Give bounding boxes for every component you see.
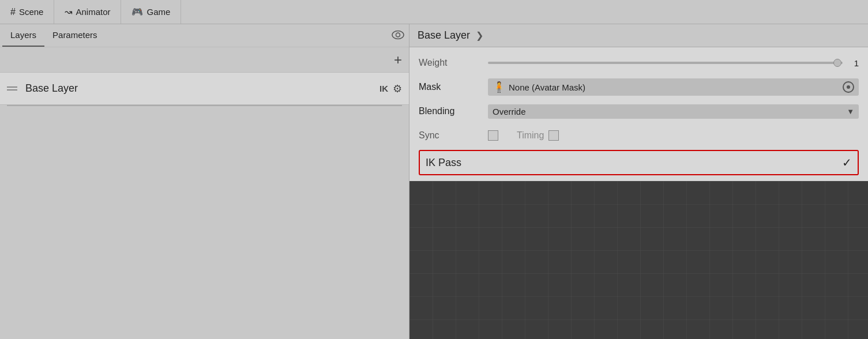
mask-value: None (Avatar Mask) xyxy=(509,82,585,92)
mask-field[interactable]: 🧍 None (Avatar Mask) xyxy=(488,78,859,96)
weight-label: Weight xyxy=(419,58,488,68)
tab-parameters-label: Parameters xyxy=(52,30,97,40)
tab-parameters[interactable]: Parameters xyxy=(44,24,106,47)
timing-label: Timing xyxy=(517,130,544,141)
right-header-title: Base Layer xyxy=(418,29,470,42)
ik-pass-row: IK Pass ✓ xyxy=(419,150,859,175)
ik-badge: IK xyxy=(379,84,388,93)
right-panel: Base Layer ❯ Weight 1 Mask 🧍 xyxy=(409,24,868,339)
add-layer-button[interactable]: + xyxy=(394,53,402,67)
tab-game[interactable]: 🎮 Game xyxy=(121,0,181,24)
right-header: Base Layer ❯ xyxy=(409,24,868,47)
weight-value: 1 xyxy=(847,58,859,68)
blending-dropdown[interactable]: Override ▼ xyxy=(488,104,859,119)
slider-thumb xyxy=(833,59,841,67)
blending-label: Blending xyxy=(419,106,488,116)
tab-bar: # Scene ↝ Animator 🎮 Game xyxy=(0,0,868,24)
tab-scene-label: Scene xyxy=(19,7,44,17)
blending-value: Override xyxy=(493,107,526,116)
animator-icon: ↝ xyxy=(65,6,72,17)
drag-handle[interactable] xyxy=(7,86,17,91)
gear-icon[interactable]: ⚙ xyxy=(393,82,402,95)
sub-tab-bar: Layers Parameters xyxy=(0,24,409,47)
sync-checkbox[interactable] xyxy=(488,130,498,141)
sync-label: Sync xyxy=(419,130,488,141)
layer-name: Base Layer xyxy=(25,82,379,95)
mask-label: Mask xyxy=(419,82,488,92)
blending-row: Blending Override ▼ xyxy=(419,101,859,121)
weight-row: Weight 1 xyxy=(419,53,859,73)
sync-row: Sync Timing xyxy=(419,126,859,145)
svg-point-1 xyxy=(396,33,400,37)
timing-checkbox[interactable] xyxy=(548,130,559,141)
add-layer-row: + xyxy=(0,47,409,73)
tab-game-label: Game xyxy=(146,7,170,17)
main-layout: Layers Parameters + Base Layer IK xyxy=(0,24,868,339)
left-panel: Layers Parameters + Base Layer IK xyxy=(0,24,409,339)
ik-pass-checkbox[interactable]: ✓ xyxy=(842,156,852,170)
properties-panel: Weight 1 Mask 🧍 None (Avatar Mask) xyxy=(409,47,868,181)
tab-layers-label: Layers xyxy=(10,30,36,40)
mask-row: Mask 🧍 None (Avatar Mask) xyxy=(419,77,859,97)
svg-point-0 xyxy=(392,31,404,39)
avatar-mask-icon: 🧍 xyxy=(493,81,505,93)
scene-icon: # xyxy=(10,7,16,17)
chevron-right-icon: ❯ xyxy=(476,30,483,41)
tab-scene[interactable]: # Scene xyxy=(0,0,54,24)
tab-animator-label: Animator xyxy=(76,7,110,17)
animator-grid xyxy=(409,181,868,339)
weight-slider[interactable] xyxy=(488,62,843,64)
mask-target-button[interactable] xyxy=(843,81,854,93)
layer-row-base: Base Layer IK ⚙ xyxy=(0,73,409,105)
game-icon: 🎮 xyxy=(131,6,143,17)
tab-animator[interactable]: ↝ Animator xyxy=(54,0,121,24)
weight-slider-container: 1 xyxy=(488,58,859,68)
dropdown-arrow-icon: ▼ xyxy=(847,107,854,116)
tab-layers[interactable]: Layers xyxy=(2,24,44,47)
ik-pass-label: IK Pass xyxy=(426,157,842,169)
layer-separator xyxy=(7,105,402,106)
visibility-toggle-button[interactable] xyxy=(392,29,404,42)
mask-left: 🧍 None (Avatar Mask) xyxy=(493,81,585,93)
